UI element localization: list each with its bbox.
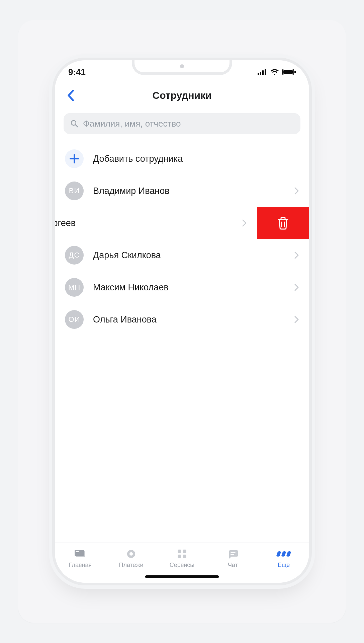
employee-name: Максим Николаев [93, 282, 285, 293]
svg-rect-2 [262, 70, 264, 75]
wifi-icon [270, 69, 279, 75]
tab-label: Еще [278, 562, 290, 569]
svg-point-13 [129, 552, 133, 556]
more-icon [276, 548, 291, 560]
svg-rect-16 [178, 555, 181, 558]
battery-icon [282, 69, 296, 75]
chevron-right-icon [294, 284, 299, 291]
back-button[interactable] [64, 89, 78, 102]
svg-rect-17 [183, 555, 186, 558]
employee-name: Дарья Скилкова [93, 250, 285, 261]
tab-services[interactable]: Сервисы [157, 543, 207, 574]
phone-frame: 9:41 Сотрудники [55, 60, 309, 583]
svg-rect-5 [283, 70, 293, 74]
chevron-right-icon [294, 316, 299, 323]
chat-icon [227, 548, 238, 560]
page-background: 9:41 Сотрудники [18, 20, 346, 623]
list-item: ДС Дарья Скилкова [55, 239, 309, 271]
chevron-right-icon [294, 187, 299, 195]
tab-label: Платежи [119, 562, 143, 569]
list-item: СС ергей Сергеев [55, 207, 309, 239]
svg-line-8 [76, 125, 78, 127]
chevron-left-icon [67, 90, 75, 101]
employee-list: Добавить сотрудника ВИ Владимир Иванов С… [55, 140, 309, 543]
add-employee-button[interactable]: Добавить сотрудника [55, 143, 309, 175]
svg-rect-6 [294, 71, 296, 73]
svg-rect-19 [231, 554, 234, 555]
avatar: ДС [65, 246, 84, 265]
status-time: 9:41 [68, 67, 86, 77]
list-item: ОИ Ольга Иванова [55, 303, 309, 336]
svg-rect-15 [183, 550, 186, 553]
tab-label: Чат [228, 562, 238, 569]
employee-row[interactable]: СС ергей Сергеев [55, 207, 257, 239]
card-icon [74, 548, 86, 560]
search-input[interactable] [83, 119, 294, 129]
plus-icon [65, 149, 84, 168]
svg-rect-14 [178, 550, 181, 553]
search-container [55, 107, 309, 140]
svg-rect-18 [231, 552, 236, 553]
svg-rect-11 [76, 551, 79, 552]
delete-button[interactable] [257, 207, 309, 239]
employee-row[interactable]: ВИ Владимир Иванов [55, 175, 309, 207]
svg-rect-10 [75, 550, 84, 556]
home-indicator[interactable] [145, 575, 219, 578]
employee-name: Владимир Иванов [93, 186, 285, 196]
employee-row[interactable]: МН Максим Николаев [55, 271, 309, 303]
svg-rect-3 [265, 69, 266, 75]
tab-label: Сервисы [170, 562, 195, 569]
employee-row[interactable]: ОИ Ольга Иванова [55, 303, 309, 336]
svg-rect-1 [260, 72, 261, 75]
employee-name: Ольга Иванова [93, 314, 285, 325]
list-item: МН Максим Николаев [55, 271, 309, 303]
tab-label: Главная [69, 562, 92, 569]
tab-payments[interactable]: Платежи [106, 543, 157, 574]
tab-more[interactable]: Еще [258, 543, 309, 574]
chevron-right-icon [242, 219, 247, 227]
tab-chat[interactable]: Чат [207, 543, 258, 574]
avatar: МН [65, 278, 84, 297]
tab-home[interactable]: Главная [55, 543, 106, 574]
avatar: ВИ [65, 182, 84, 200]
status-icons [258, 69, 296, 75]
nav-header: Сотрудники [55, 84, 309, 107]
trash-icon [277, 216, 289, 230]
search-field[interactable] [64, 113, 300, 134]
circle-icon [126, 548, 136, 560]
screen: 9:41 Сотрудники [55, 60, 309, 583]
add-employee-label: Добавить сотрудника [93, 154, 299, 164]
svg-rect-0 [258, 73, 259, 75]
grid-icon [177, 548, 187, 560]
page-title: Сотрудники [153, 90, 212, 101]
search-icon [70, 120, 78, 128]
phone-notch [132, 60, 232, 75]
employee-name: ергей Сергеев [55, 218, 233, 228]
avatar: ОИ [65, 310, 84, 329]
signal-icon [258, 69, 267, 75]
list-item: ВИ Владимир Иванов [55, 175, 309, 207]
employee-row[interactable]: ДС Дарья Скилкова [55, 239, 309, 271]
chevron-right-icon [294, 252, 299, 259]
